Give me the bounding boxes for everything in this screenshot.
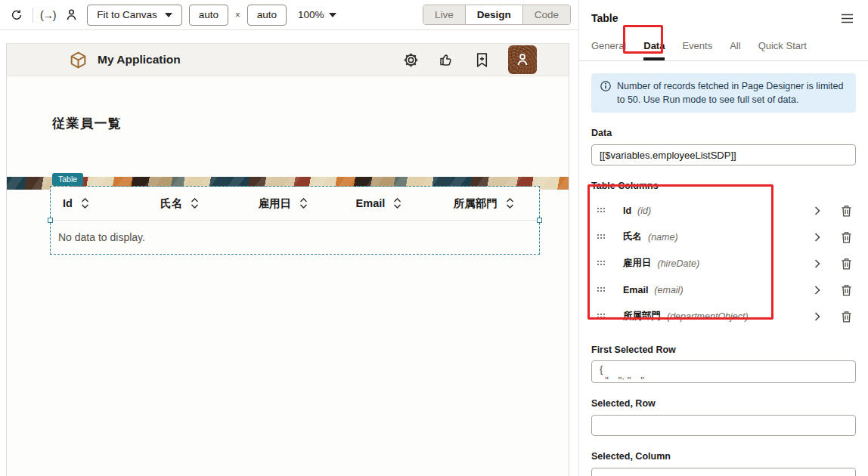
table-component[interactable]: Id 氏名 雇用日 Email (51, 187, 539, 254)
column-row-id[interactable]: Id (id) (579, 197, 868, 224)
column-header-label: 所属部門 (454, 196, 498, 211)
mode-design-button[interactable]: Design (466, 5, 523, 24)
info-icon (600, 81, 611, 91)
column-header-label: 氏名 (160, 196, 182, 211)
trash-icon[interactable] (839, 283, 853, 297)
column-row-email[interactable]: Email (email) (579, 277, 868, 303)
page-heading: 従業員一覧 (52, 115, 122, 132)
tab-events[interactable]: Events (682, 35, 712, 60)
page-designer-window: (→) Fit to Canvas auto × auto 100% Live … (0, 0, 868, 476)
zoom-level-value: 100% (298, 9, 324, 20)
expression-toggle-icon[interactable]: (→) (40, 9, 55, 21)
chevron-right-icon[interactable] (811, 310, 824, 323)
user-avatar[interactable] (508, 45, 537, 74)
zoom-level-dropdown[interactable]: 100% (298, 9, 337, 20)
column-header-label: Id (63, 197, 73, 209)
column-row-field: (email) (654, 285, 683, 295)
panel-header: Table (579, 0, 868, 27)
chevron-right-icon[interactable] (811, 204, 824, 218)
info-banner: Number of records fetched in Page Design… (591, 73, 856, 113)
user-mode-icon[interactable] (62, 6, 80, 24)
sort-icon[interactable] (81, 197, 89, 209)
data-field-label: Data (591, 128, 856, 138)
mode-live-button[interactable]: Live (423, 5, 466, 24)
selected-column-label: Selected, Column (591, 451, 856, 462)
tab-quick-start[interactable]: Quick Start (758, 35, 807, 60)
fit-to-canvas-dropdown[interactable]: Fit to Canvas (87, 5, 182, 26)
column-row-hiredate[interactable]: 雇用日 (hireDate) (579, 250, 868, 277)
app-header-bar: My Application (7, 44, 569, 76)
first-selected-row-line1: { (600, 363, 603, 375)
column-row-label: 氏名 (623, 230, 642, 243)
selection-badge[interactable]: Table (52, 173, 83, 186)
design-canvas-page: My Application (6, 43, 569, 476)
thumbs-up-icon[interactable] (437, 51, 455, 69)
column-row-label: 所属部門 (623, 310, 661, 323)
table-column-header-name[interactable]: 氏名 (148, 187, 246, 220)
chevron-down-icon (329, 13, 336, 17)
trash-icon[interactable] (839, 230, 853, 244)
app-cube-icon (69, 51, 88, 70)
app-title: My Application (98, 53, 181, 66)
first-selected-row-label: First Selected Row (591, 345, 856, 355)
canvas-width-input[interactable]: auto (189, 5, 228, 26)
panel-title: Table (591, 12, 618, 24)
sort-icon[interactable] (191, 197, 199, 209)
table-column-header-id[interactable]: Id (51, 187, 148, 220)
trash-icon[interactable] (839, 257, 853, 270)
table-header-row: Id 氏名 雇用日 Email (51, 187, 539, 221)
column-row-name[interactable]: 氏名 (name) (579, 224, 868, 250)
drag-handle-icon[interactable] (597, 261, 606, 267)
designer-region: (→) Fit to Canvas auto × auto 100% Live … (0, 0, 579, 476)
settings-gear-icon[interactable] (401, 51, 420, 69)
chevron-right-icon[interactable] (811, 283, 824, 297)
drag-handle-icon[interactable] (597, 314, 606, 320)
column-header-label: Email (356, 197, 386, 209)
sort-icon[interactable] (299, 197, 308, 209)
first-selected-row-line2: "…": "…" (600, 375, 644, 383)
panel-tabs: General Data Events All Quick Start (579, 35, 868, 61)
info-message: Number of records fetched in Page Design… (617, 79, 847, 107)
selected-row-label: Selected, Row (591, 398, 856, 409)
sort-icon[interactable] (506, 197, 514, 209)
data-field-input[interactable]: [[$variables.employeeListSDP]] (591, 144, 856, 165)
first-selected-row-input[interactable]: { "…": "…" (591, 360, 856, 383)
selection-handle-right[interactable] (537, 218, 542, 223)
selection-handle-left[interactable] (48, 218, 53, 223)
column-row-field: (hireDate) (658, 258, 700, 269)
column-header-label: 雇用日 (258, 196, 291, 211)
chevron-right-icon[interactable] (811, 257, 824, 270)
drag-handle-icon[interactable] (597, 208, 606, 214)
column-row-department[interactable]: 所属部門 (departmentObject) (579, 303, 868, 329)
table-empty-message: No data to display. (51, 221, 539, 253)
selected-row-input[interactable] (591, 415, 856, 436)
tab-all[interactable]: All (730, 35, 740, 60)
mode-switcher: Live Design Code (423, 5, 571, 25)
table-column-header-email[interactable]: Email (344, 187, 442, 220)
canvas-height-input[interactable]: auto (247, 5, 287, 26)
app-header-icons (401, 45, 537, 74)
trash-icon[interactable] (839, 204, 853, 218)
tab-general[interactable]: General (591, 35, 626, 60)
mode-code-button[interactable]: Code (523, 5, 570, 24)
refresh-icon[interactable] (8, 6, 26, 24)
designer-toolbar: (→) Fit to Canvas auto × auto 100% Live … (0, 0, 578, 30)
trash-icon[interactable] (839, 310, 853, 323)
properties-panel: Table General Data Events All Quick Star… (579, 0, 868, 476)
chevron-down-icon (165, 13, 172, 17)
drag-handle-icon[interactable] (597, 234, 606, 240)
table-column-header-hiredate[interactable]: 雇用日 (246, 187, 343, 220)
column-row-field: (name) (648, 232, 678, 243)
toolbar-divider (33, 8, 33, 23)
sort-icon[interactable] (393, 197, 401, 209)
column-row-label: Id (623, 206, 631, 216)
selected-column-input[interactable] (591, 468, 856, 476)
drag-handle-icon[interactable] (597, 287, 606, 293)
chevron-right-icon[interactable] (811, 230, 824, 244)
table-columns-label: Table Columns (591, 181, 856, 191)
bookmark-plus-icon[interactable] (473, 51, 491, 69)
tab-data[interactable]: Data (643, 35, 665, 60)
column-row-field: (id) (637, 206, 651, 216)
table-column-header-department[interactable]: 所属部門 (442, 187, 539, 220)
hamburger-menu-icon[interactable] (838, 9, 856, 27)
